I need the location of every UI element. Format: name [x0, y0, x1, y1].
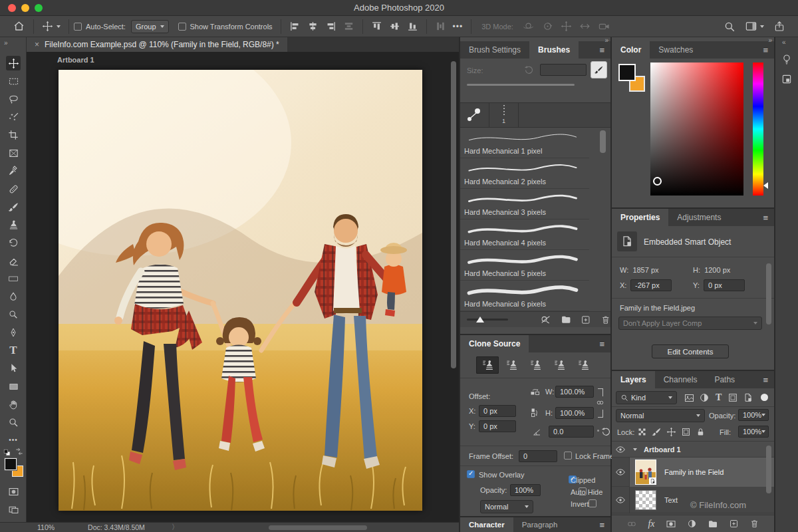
clone-source-4-button[interactable] — [548, 356, 571, 374]
home-button[interactable] — [9, 18, 29, 35]
brush-preset-item[interactable]: Hard Mechanical 5 pixels — [460, 250, 589, 281]
move-tool[interactable] — [6, 56, 21, 70]
clone-source-3-button[interactable] — [524, 356, 547, 374]
hand-tool[interactable] — [6, 397, 21, 412]
lock-artboard-icon[interactable] — [681, 427, 691, 437]
overlay-opacity-input[interactable]: 100% — [510, 484, 541, 496]
canvas-area[interactable]: Artboard 1 — [27, 52, 459, 522]
new-adjustment-layer-icon[interactable] — [687, 519, 697, 529]
tab-brushes[interactable]: Brushes — [529, 41, 579, 59]
foreground-color-well[interactable] — [618, 64, 636, 81]
clone-source-2-button[interactable] — [500, 356, 523, 374]
distribute-h-button[interactable] — [340, 18, 358, 35]
color-picker-indicator[interactable] — [653, 177, 662, 186]
brush-size-slider[interactable] — [467, 84, 575, 86]
dodge-tool[interactable] — [6, 307, 21, 322]
libraries-panel-icon[interactable] — [779, 72, 794, 86]
align-right-button[interactable] — [322, 18, 340, 35]
prop-y-input[interactable]: 0 px — [704, 279, 745, 291]
object-selection-tool[interactable] — [6, 110, 21, 124]
brush-size-input[interactable] — [540, 64, 587, 76]
align-bottom-button[interactable] — [404, 18, 422, 35]
new-brush-group-icon[interactable] — [561, 314, 571, 325]
lock-frame-checkbox[interactable] — [564, 452, 572, 460]
canvas-vertical-scrollbar[interactable] — [451, 61, 456, 368]
new-layer-icon[interactable] — [729, 519, 739, 529]
close-tab-icon[interactable]: × — [35, 40, 39, 49]
distribute-v-button[interactable] — [432, 18, 450, 35]
layers-menu-icon[interactable]: ≡ — [757, 375, 774, 385]
edit-toolbar-button[interactable]: ••• — [6, 432, 21, 447]
flip-horizontal-icon[interactable] — [529, 386, 541, 397]
artboard-label[interactable]: Artboard 1 — [57, 56, 94, 64]
zoom-window-button[interactable] — [35, 4, 43, 12]
brush-tool[interactable] — [6, 200, 21, 214]
color-panel-menu-icon[interactable]: ≡ — [757, 45, 774, 55]
blur-tool[interactable] — [6, 289, 21, 304]
show-transform-checkbox[interactable] — [178, 23, 186, 31]
align-left-button[interactable] — [286, 18, 304, 35]
filter-smart-objects-icon[interactable] — [743, 392, 753, 403]
share-image-button[interactable] — [770, 18, 789, 35]
recent-brush-1[interactable] — [460, 103, 489, 127]
tab-channels[interactable]: Channels — [655, 371, 706, 388]
tab-swatches[interactable]: Swatches — [650, 41, 702, 59]
zoom-tool[interactable] — [6, 415, 21, 430]
tab-adjustments[interactable]: Adjustments — [668, 209, 730, 226]
filter-toggle-icon[interactable] — [761, 394, 768, 401]
document-tab[interactable]: × FileInfo.com Example.psd @ 110% (Famil… — [27, 37, 287, 52]
filter-shape-layers-icon[interactable] — [728, 392, 738, 403]
collapse-tools-icon[interactable]: » — [4, 39, 7, 47]
clone-source-menu-icon[interactable]: ≡ — [593, 339, 610, 349]
brush-preset-item[interactable]: Hard Mechanical 2 pixels — [460, 158, 589, 189]
new-group-icon[interactable] — [708, 519, 718, 529]
filter-adjustment-layers-icon[interactable] — [699, 392, 710, 403]
visibility-eye-icon[interactable] — [612, 467, 629, 477]
stroke-preview-toggle-icon[interactable] — [540, 314, 551, 325]
layer-filter-dropdown[interactable]: Kind — [616, 391, 677, 404]
width-input[interactable]: 100.0% — [555, 386, 594, 398]
link-wh-icon[interactable] — [596, 398, 604, 407]
align-top-button[interactable] — [368, 18, 386, 35]
tab-paths[interactable]: Paths — [706, 371, 743, 388]
properties-scrollbar[interactable] — [766, 263, 771, 325]
prop-x-input[interactable]: -267 px — [630, 279, 672, 291]
color-saturation-field[interactable] — [650, 63, 743, 196]
blend-mode-dropdown[interactable]: Normal — [616, 409, 705, 422]
expand-artboard-icon[interactable] — [633, 448, 637, 451]
filter-type-layers-icon[interactable]: T — [716, 392, 722, 403]
status-chevron-icon[interactable]: 〉 — [172, 523, 179, 532]
add-mask-icon[interactable] — [666, 519, 676, 529]
history-brush-tool[interactable] — [6, 235, 21, 250]
opacity-input[interactable]: 100% — [738, 409, 769, 421]
reset-transform-icon[interactable] — [601, 427, 611, 437]
brush-list-scrollbar[interactable] — [600, 130, 606, 153]
hue-slider[interactable] — [753, 63, 763, 196]
spot-healing-tool[interactable] — [6, 182, 21, 196]
eraser-tool[interactable] — [6, 253, 21, 268]
pen-tool[interactable] — [6, 325, 21, 340]
learn-panel-icon[interactable] — [779, 52, 794, 66]
preview-size-slider[interactable] — [467, 319, 508, 321]
brush-preset-item[interactable]: Hard Mechanical 4 pixels — [460, 219, 589, 250]
canvas-horizontal-scrollbar[interactable] — [269, 525, 367, 530]
properties-menu-icon[interactable]: ≡ — [757, 213, 774, 223]
visibility-eye-icon[interactable] — [612, 495, 629, 505]
link-layers-icon[interactable] — [626, 519, 637, 529]
brush-preset-item[interactable]: Hard Mechanical 6 pixels — [460, 281, 589, 311]
clone-source-1-button[interactable] — [476, 356, 499, 374]
type-tool[interactable]: T — [6, 343, 21, 358]
flip-vertical-icon[interactable] — [529, 407, 541, 418]
search-icon[interactable] — [720, 18, 739, 35]
layer-row-artboard[interactable]: Artboard 1 — [612, 442, 774, 458]
close-window-button[interactable] — [8, 4, 16, 12]
overlay-blend-dropdown[interactable]: Normal — [480, 500, 533, 513]
collapse-brushes-icon[interactable]: » — [604, 37, 608, 44]
layer-comp-dropdown[interactable]: Don't Apply Layer Comp — [618, 317, 762, 330]
lock-pixels-icon[interactable] — [652, 427, 662, 437]
recent-brush-2[interactable]: 1 — [489, 103, 519, 127]
hue-slider-arrow[interactable] — [763, 182, 768, 189]
gradient-tool[interactable] — [6, 271, 21, 286]
path-selection-tool[interactable] — [6, 361, 21, 376]
move-tool-preset[interactable] — [39, 18, 64, 35]
